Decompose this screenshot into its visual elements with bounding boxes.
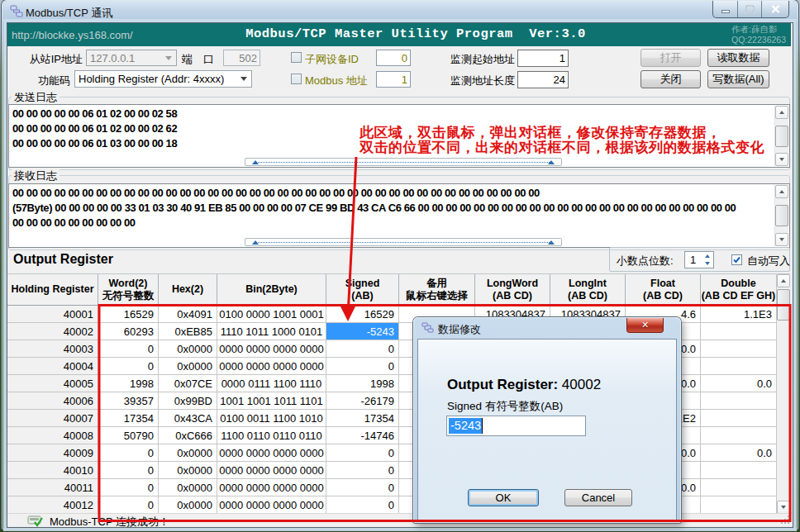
table-cell[interactable] — [701, 392, 777, 410]
table-cell[interactable] — [701, 496, 777, 514]
send-log-box[interactable]: 00 00 00 00 00 06 01 02 00 00 02 5800 00… — [8, 104, 790, 168]
table-cell[interactable]: 0 — [326, 340, 399, 358]
table-cell[interactable]: -14746 — [326, 427, 399, 444]
scroll-down-icon[interactable] — [775, 153, 788, 166]
table-cell[interactable]: 0000 0000 0000 0000 — [217, 340, 326, 358]
dialog-close-button[interactable]: ✕ — [626, 318, 664, 333]
table-cell[interactable]: 0000 0000 0000 0000 — [217, 462, 326, 479]
table-cell[interactable]: 17354 — [98, 410, 159, 427]
table-cell[interactable]: 0 — [98, 340, 159, 358]
send-log-scrollbar[interactable] — [774, 106, 788, 166]
close-button[interactable] — [761, 1, 788, 17]
chevron-down-icon[interactable] — [237, 72, 250, 86]
modbus-addr-field[interactable]: 1 — [376, 71, 411, 88]
table-cell[interactable]: 0000 0000 0000 0000 — [217, 479, 326, 496]
table-cell[interactable]: 0x4091 — [159, 306, 217, 323]
decimal-spinner[interactable]: 1 — [684, 251, 714, 268]
scroll-thumb[interactable] — [775, 205, 788, 226]
addr-length-field[interactable]: 24 — [517, 71, 569, 88]
table-cell[interactable]: 0 — [98, 479, 159, 496]
table-cell[interactable] — [701, 462, 777, 479]
scroll-up-icon[interactable] — [777, 274, 790, 287]
column-header[interactable]: Bin(2Byte) — [217, 274, 326, 306]
modbus-addr-checkbox[interactable] — [291, 74, 302, 84]
table-cell[interactable]: 39357 — [98, 392, 159, 410]
dialog-value-input[interactable]: -5243 — [446, 416, 586, 436]
table-cell[interactable]: 0000 0000 0000 0000 — [217, 444, 326, 462]
column-header[interactable]: Double(AB CD EF GH) — [701, 274, 777, 306]
autowrite-checkbox[interactable] — [731, 254, 742, 265]
table-cell[interactable]: 0000 0000 0000 0000 — [217, 358, 326, 375]
table-cell[interactable]: 1998 — [326, 375, 399, 392]
close-conn-button[interactable]: 关闭 — [640, 70, 701, 88]
table-cell[interactable] — [701, 323, 777, 340]
table-cell[interactable]: 0x0000 — [159, 479, 217, 496]
table-cell[interactable]: 50790 — [98, 427, 159, 444]
spinner-up-icon[interactable] — [702, 253, 712, 259]
read-data-button[interactable]: 读取数据 — [707, 49, 769, 67]
open-button[interactable]: 打开 — [640, 49, 701, 67]
table-cell[interactable]: 0x07CE — [159, 375, 217, 392]
ok-button[interactable]: OK — [468, 489, 539, 506]
scroll-down-icon[interactable] — [777, 501, 790, 514]
table-cell[interactable]: 0 — [326, 462, 399, 479]
maximize-button[interactable] — [737, 1, 761, 17]
cancel-button[interactable]: Cancel — [564, 489, 632, 506]
table-cell[interactable]: 0x0000 — [159, 444, 217, 462]
table-cell[interactable]: -5243 — [326, 323, 399, 340]
scroll-up-icon[interactable] — [775, 185, 788, 198]
spinner-down-icon[interactable] — [702, 260, 712, 267]
funccode-combobox[interactable]: Holding Register (Addr: 4xxxx) — [74, 70, 252, 88]
column-header[interactable]: Hex(2) — [159, 274, 217, 306]
column-header[interactable]: 备用鼠标右键选择 — [399, 274, 475, 306]
table-cell[interactable]: 0.0 — [701, 375, 777, 392]
table-cell[interactable]: 0x0000 — [159, 496, 217, 514]
table-cell[interactable]: 0000 0000 0000 0000 — [217, 496, 326, 514]
table-cell[interactable]: 0100 0011 1100 1010 — [217, 410, 326, 427]
table-cell[interactable] — [701, 427, 777, 444]
table-cell[interactable]: 1.1E3 — [701, 306, 777, 323]
table-cell[interactable]: 0x99BD — [159, 392, 217, 410]
table-cell[interactable]: 0 — [98, 444, 159, 462]
table-cell[interactable]: 1001 1001 1011 1101 — [217, 392, 326, 410]
table-cell[interactable]: 0x0000 — [159, 358, 217, 375]
table-cell[interactable]: -26179 — [326, 392, 399, 410]
start-addr-field[interactable]: 1 — [517, 50, 569, 67]
table-cell[interactable]: 0 — [326, 444, 399, 462]
table-cell[interactable]: 0x0000 — [159, 340, 217, 358]
scroll-thumb[interactable] — [777, 289, 790, 321]
column-header[interactable]: Word(2)无符号整数 — [98, 274, 159, 306]
recv-log-box[interactable]: 00 00 00 00 00 00 00 00 00 00 00 00 00 0… — [8, 183, 790, 248]
table-cell[interactable] — [701, 340, 777, 358]
table-cell[interactable]: 16529 — [326, 306, 399, 323]
table-cell[interactable] — [701, 479, 777, 496]
table-cell[interactable]: 0 — [98, 462, 159, 479]
table-cell[interactable]: 1110 1011 1000 0101 — [217, 323, 326, 340]
table-cell[interactable]: 0 — [326, 479, 399, 496]
column-header[interactable]: LongWord(AB CD) — [475, 274, 550, 306]
table-cell[interactable]: 0xEB85 — [159, 323, 217, 340]
table-cell[interactable]: 0000 0111 1100 1110 — [217, 375, 326, 392]
table-cell[interactable]: 0100 0000 1001 0001 — [217, 306, 326, 323]
table-cell[interactable]: 0 — [98, 358, 159, 375]
subnet-id-field[interactable]: 0 — [376, 50, 411, 66]
table-cell[interactable]: 16529 — [98, 306, 159, 323]
column-header[interactable]: LongInt(AB CD) — [550, 274, 626, 306]
scroll-thumb[interactable] — [775, 126, 788, 147]
table-cell[interactable]: 0 — [326, 358, 399, 375]
chevron-down-icon[interactable] — [162, 51, 175, 64]
titlebar[interactable]: Modbus/TCP 通讯 — [2, 1, 798, 22]
table-scrollbar[interactable] — [776, 274, 790, 514]
table-cell[interactable]: 0 — [98, 496, 159, 514]
table-cell[interactable] — [701, 410, 777, 427]
resize-grip[interactable] — [781, 515, 791, 525]
column-header[interactable]: Float(AB CD) — [626, 274, 701, 306]
table-cell[interactable] — [701, 358, 777, 375]
ip-combobox[interactable]: 127.0.0.1 — [86, 50, 177, 66]
subnet-checkbox[interactable] — [291, 52, 302, 63]
recv-log-trackbar[interactable] — [245, 238, 562, 246]
scroll-down-icon[interactable] — [775, 233, 788, 246]
column-header[interactable]: Signed(AB) — [326, 274, 399, 306]
table-cell[interactable]: 1998 — [98, 375, 159, 392]
table-cell[interactable]: 0x43CA — [159, 410, 217, 427]
